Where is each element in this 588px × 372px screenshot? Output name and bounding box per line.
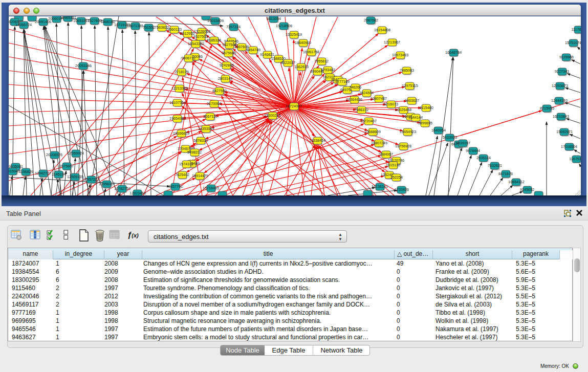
svg-text:3915941: 3915941 <box>9 169 20 173</box>
svg-text:16136141: 16136141 <box>372 184 388 189</box>
svg-text:9777169: 9777169 <box>335 79 350 84</box>
svg-text:19218506: 19218506 <box>276 24 292 28</box>
svg-text:7563822: 7563822 <box>155 25 169 30</box>
svg-text:9639197: 9639197 <box>456 141 470 145</box>
svg-text:13325419: 13325419 <box>286 32 302 37</box>
svg-text:9344144: 9344144 <box>408 115 423 120</box>
svg-text:1362615: 1362615 <box>294 64 309 69</box>
svg-text:15692971: 15692971 <box>556 129 573 134</box>
svg-text:16914479: 16914479 <box>192 173 208 178</box>
svg-text:3675685: 3675685 <box>222 51 236 55</box>
svg-text:16961758: 16961758 <box>303 50 319 54</box>
svg-text:15751074: 15751074 <box>565 40 581 45</box>
svg-text:19338454: 19338454 <box>309 138 325 143</box>
svg-text:9115460: 9115460 <box>419 105 433 110</box>
svg-text:7986372: 7986372 <box>354 107 368 112</box>
svg-text:20364436: 20364436 <box>346 97 362 102</box>
svg-text:12923468: 12923468 <box>129 191 146 195</box>
svg-text:12213389: 12213389 <box>171 86 188 91</box>
svg-text:8267110: 8267110 <box>203 114 217 119</box>
svg-text:1640954: 1640954 <box>431 128 446 133</box>
svg-text:2803144: 2803144 <box>218 76 232 81</box>
svg-text:12505135: 12505135 <box>67 174 83 179</box>
svg-text:9170064: 9170064 <box>207 101 221 106</box>
svg-text:12444193: 12444193 <box>551 98 568 103</box>
svg-text:9227343: 9227343 <box>555 69 569 74</box>
svg-text:16107554: 16107554 <box>169 100 186 105</box>
svg-text:7632621: 7632621 <box>488 163 502 168</box>
svg-text:20053346: 20053346 <box>75 63 92 68</box>
svg-text:5878334: 5878334 <box>193 138 208 143</box>
svg-text:18724007: 18724007 <box>286 104 302 108</box>
svg-text:9560123: 9560123 <box>167 27 182 32</box>
svg-text:15300215: 15300215 <box>264 113 280 118</box>
svg-text:9806712: 9806712 <box>181 56 195 60</box>
svg-text:9245652: 9245652 <box>520 187 534 192</box>
svg-text:9474444: 9474444 <box>466 148 480 153</box>
svg-text:6793402: 6793402 <box>321 68 335 72</box>
svg-text:16782759: 16782759 <box>114 186 130 191</box>
svg-text:17016504: 17016504 <box>561 144 577 149</box>
svg-text:8813054: 8813054 <box>267 16 281 21</box>
svg-text:2087682: 2087682 <box>364 18 378 23</box>
svg-text:19756928: 19756928 <box>395 144 411 148</box>
svg-text:20206576: 20206576 <box>46 152 62 157</box>
svg-text:10654112: 10654112 <box>508 180 524 184</box>
svg-text:3824554: 3824554 <box>359 91 374 95</box>
svg-text:8215955: 8215955 <box>540 106 554 111</box>
svg-text:18807249: 18807249 <box>371 141 387 145</box>
svg-text:7357224: 7357224 <box>226 25 241 29</box>
svg-text:252254: 252254 <box>390 175 403 180</box>
svg-text:9463627: 9463627 <box>405 98 419 103</box>
svg-text:18640910: 18640910 <box>295 40 311 45</box>
svg-text:9327503: 9327503 <box>193 34 208 39</box>
svg-text:12975115: 12975115 <box>402 83 418 88</box>
svg-text:746266: 746266 <box>349 85 361 90</box>
svg-text:2935114: 2935114 <box>476 156 490 160</box>
svg-text:16671385: 16671385 <box>127 24 143 28</box>
svg-text:9975867: 9975867 <box>59 164 74 168</box>
svg-text:12213967: 12213967 <box>384 40 400 45</box>
svg-text:10973493: 10973493 <box>392 53 408 57</box>
svg-text:12942737: 12942737 <box>35 171 51 176</box>
svg-text:1574332: 1574332 <box>179 162 193 166</box>
svg-text:16154808: 16154808 <box>374 28 390 32</box>
svg-text:12093873: 12093873 <box>552 83 568 88</box>
svg-text:8471676: 8471676 <box>498 171 513 176</box>
svg-text:6216073: 6216073 <box>384 102 398 106</box>
svg-text:14055724: 14055724 <box>15 23 32 27</box>
svg-text:9242848: 9242848 <box>220 63 234 68</box>
svg-text:8454749: 8454749 <box>246 48 260 52</box>
svg-text:7955812: 7955812 <box>314 59 329 63</box>
svg-text:8912955: 8912955 <box>180 31 194 36</box>
svg-text:1156829: 1156829 <box>19 169 33 174</box>
svg-text:16648784: 16648784 <box>445 50 462 55</box>
svg-text:8322037: 8322037 <box>281 60 295 65</box>
svg-text:16543362: 16543362 <box>188 41 204 46</box>
svg-text:1615132: 1615132 <box>386 163 400 167</box>
svg-text:10807487: 10807487 <box>371 96 387 101</box>
svg-text:7625402: 7625402 <box>175 172 189 177</box>
svg-text:10688609: 10688609 <box>364 129 381 134</box>
svg-text:10025458: 10025458 <box>395 107 411 112</box>
svg-text:10958107: 10958107 <box>99 182 115 186</box>
svg-text:9129966: 9129966 <box>559 55 574 59</box>
svg-text:16210643: 16210643 <box>553 114 569 119</box>
svg-text:6466160: 6466160 <box>101 19 115 24</box>
svg-text:8186328: 8186328 <box>207 38 221 42</box>
svg-text:16033809: 16033809 <box>207 18 224 23</box>
svg-text:1145194: 1145194 <box>52 172 66 177</box>
svg-text:11353594: 11353594 <box>198 126 214 131</box>
svg-text:15720407: 15720407 <box>360 119 377 123</box>
svg-text:1733426: 1733426 <box>395 187 409 192</box>
svg-text:9884067: 9884067 <box>379 152 393 157</box>
svg-text:7485063: 7485063 <box>400 68 414 73</box>
svg-text:1527602: 1527602 <box>88 18 102 23</box>
svg-text:8427552: 8427552 <box>212 89 227 93</box>
svg-text:5933923: 5933923 <box>443 135 457 140</box>
svg-text:17359924: 17359924 <box>68 151 84 156</box>
svg-text:2718176: 2718176 <box>175 70 189 74</box>
svg-text:17957223: 17957223 <box>83 177 99 182</box>
svg-text:9857791: 9857791 <box>168 184 183 189</box>
svg-text:5498222: 5498222 <box>187 150 202 155</box>
